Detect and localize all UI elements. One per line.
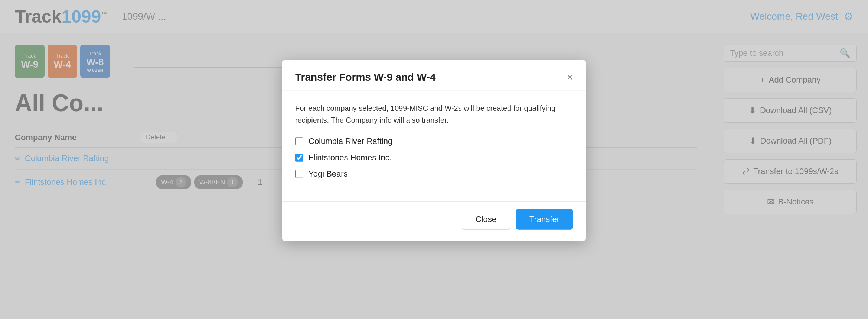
- checkbox-label-columbia: Columbia River Rafting: [309, 136, 392, 146]
- close-modal-button[interactable]: Close: [462, 209, 510, 230]
- checkbox-label-yogi: Yogi Bears: [309, 169, 348, 179]
- modal-body: For each company selected, 1099-MISC and…: [282, 91, 586, 201]
- checkbox-item-columbia: Columbia River Rafting: [295, 136, 573, 146]
- checkbox-flintstones[interactable]: [295, 154, 303, 162]
- checkbox-list: Columbia River Rafting Flintstones Homes…: [295, 136, 573, 179]
- modal-header: Transfer Forms W-9 and W-4 ×: [282, 60, 586, 91]
- checkbox-label-flintstones: Flintstones Homes Inc.: [309, 153, 392, 162]
- modal-description: For each company selected, 1099-MISC and…: [295, 102, 573, 126]
- transfer-modal-button[interactable]: Transfer: [516, 209, 573, 230]
- checkbox-item-yogi: Yogi Bears: [295, 169, 573, 179]
- checkbox-columbia[interactable]: [295, 137, 303, 145]
- modal-close-button[interactable]: ×: [567, 72, 573, 83]
- checkbox-yogi[interactable]: [295, 170, 303, 178]
- modal-title: Transfer Forms W-9 and W-4: [295, 71, 436, 83]
- checkbox-item-flintstones: Flintstones Homes Inc.: [295, 153, 573, 162]
- transfer-modal: Transfer Forms W-9 and W-4 × For each co…: [282, 60, 586, 241]
- modal-footer: Close Transfer: [282, 201, 586, 241]
